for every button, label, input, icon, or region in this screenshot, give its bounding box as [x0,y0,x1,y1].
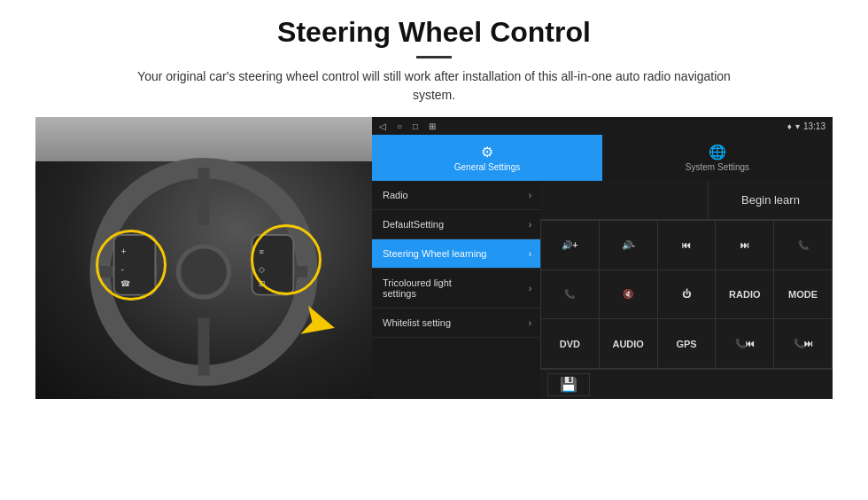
menu-item-default[interactable]: DefaultSetting › [372,210,540,239]
chevron-whitelist-icon: › [529,318,531,328]
svg-point-5 [178,246,229,297]
tel-prev-button[interactable]: 📞⏮ [716,319,773,368]
settings-gear-icon: ⚙ [481,144,493,160]
signal-icon: ♦ [787,121,792,131]
control-grid: 🔊+ 🔊- ⏮ ⏭ 📞 [540,220,833,369]
back-icon: ◁ [379,121,386,131]
mode-button[interactable]: MODE [774,270,832,319]
control-panel: Begin learn 🔊+ 🔊- ⏮ [540,181,833,399]
chevron-steering-icon: › [529,249,531,259]
chevron-default-icon: › [529,220,531,230]
page-title: Steering Wheel Control [277,16,591,49]
vol-down-icon: 🔊- [622,240,635,250]
chevron-tricolour-icon: › [529,284,531,293]
tab-general[interactable]: ⚙ General Settings [372,135,602,181]
wifi-icon: ▾ [795,121,800,131]
answer-call-icon: 📞 [564,289,575,299]
power-icon: ⏻ [682,289,691,299]
radio-button[interactable]: RADIO [716,270,773,319]
status-bar-right: ♦ ▾ 13:13 [787,121,825,131]
status-bar: ◁ ○ □ ⊞ ♦ ▾ 13:13 [372,117,833,135]
clock: 13:13 [803,121,825,131]
menu-list: Radio › DefaultSetting › Steering Wheel … [372,181,540,399]
home-icon: ○ [397,121,402,131]
vol-up-button[interactable]: 🔊+ [541,221,599,270]
status-bar-left: ◁ ○ □ ⊞ [379,121,436,131]
tab-system-label: System Settings [686,162,749,172]
menu-item-tricolour[interactable]: Tricoloured lightsettings › [372,269,540,309]
car-image-area: + - ☎ ≡ ◇ ⊞ ➤ [35,117,372,399]
usb-icon: 💾 [560,376,577,393]
menu-item-steering[interactable]: Steering Wheel learning › [372,239,540,269]
tel-prev-icon: 📞⏮ [735,339,755,348]
gps-label: GPS [676,339,696,349]
next-track-button[interactable]: ⏭ [716,221,773,270]
gps-button[interactable]: GPS [658,319,716,368]
menu-item-radio-label: Radio [383,190,529,200]
grid-icon: ⊞ [429,121,436,131]
chevron-radio-icon: › [529,191,531,200]
learn-empty-area [540,181,709,219]
audio-button[interactable]: AUDIO [600,319,657,368]
main-area: Radio › DefaultSetting › Steering Wheel … [372,181,833,399]
menu-item-radio[interactable]: Radio › [372,181,540,210]
power-button[interactable]: ⏻ [658,270,716,319]
vol-up-icon: 🔊+ [562,240,577,250]
tel-next-button[interactable]: 📞⏭ [774,319,832,368]
dashboard-top [35,117,372,161]
prev-track-icon: ⏮ [682,240,691,250]
menu-item-whitelist[interactable]: Whitelist setting › [372,309,540,338]
mode-label: MODE [788,289,818,300]
answer-call-button[interactable]: 📞 [541,270,599,319]
menu-item-tricolour-label: Tricoloured lightsettings [383,277,529,299]
usb-button[interactable]: 💾 [547,373,590,396]
steering-bg: + - ☎ ≡ ◇ ⊞ ➤ [35,117,372,399]
audio-label: AUDIO [612,339,643,349]
tab-bar: ⚙ General Settings 🌐 System Settings [372,135,833,181]
next-track-icon: ⏭ [740,240,749,250]
phone-button[interactable]: 📞 [774,221,832,270]
mute-button[interactable]: 🔇 [600,270,657,319]
dvd-button[interactable]: DVD [541,319,599,368]
title-underline [416,56,452,59]
tab-general-label: General Settings [454,162,521,172]
system-icon: 🌐 [709,144,726,160]
menu-item-default-label: DefaultSetting [383,219,529,230]
mute-icon: 🔇 [623,289,633,299]
circle-overlay-right [251,224,322,295]
control-top-row: Begin learn [540,181,833,220]
begin-learn-button[interactable]: Begin learn [709,181,833,219]
android-panel: ◁ ○ □ ⊞ ♦ ▾ 13:13 ⚙ General Settings [372,117,833,399]
dvd-label: DVD [560,339,580,349]
subtitle: Your original car's steering wheel contr… [124,67,744,105]
phone-icon: 📞 [798,240,809,250]
menu-item-steering-label: Steering Wheel learning [383,248,529,259]
tab-system[interactable]: 🌐 System Settings [602,135,833,181]
radio-label: RADIO [729,289,760,300]
content-row: + - ☎ ≡ ◇ ⊞ ➤ ◁ [35,117,833,491]
vol-down-button[interactable]: 🔊- [600,221,657,270]
recents-icon: □ [413,121,418,131]
menu-item-whitelist-label: Whitelist setting [383,317,529,328]
prev-track-button[interactable]: ⏮ [658,221,716,270]
page-container: Steering Wheel Control Your original car… [0,0,868,500]
tel-next-icon: 📞⏭ [794,339,813,348]
